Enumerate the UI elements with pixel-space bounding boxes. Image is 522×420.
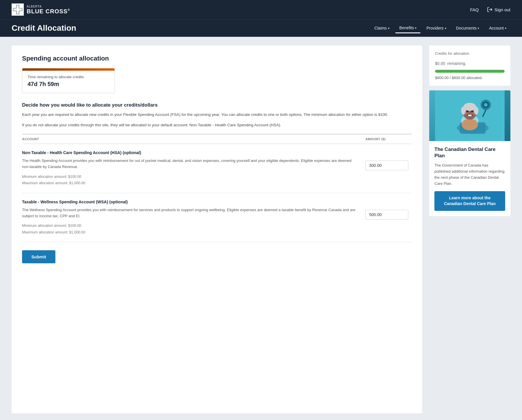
chevron-down-icon: ▾ <box>445 27 446 30</box>
dental-card-title: The Canadian Dental Care Plan <box>434 146 505 159</box>
nav-links: Claims ▾ Benefits ▾ Providers ▾ Document… <box>370 23 510 33</box>
account-max-wsa: Maximum allocation amount: $1,000.00 <box>22 229 360 236</box>
submit-area: Submit <box>22 242 412 263</box>
account-min-hsa: Minimum allocation amount: $100.00 <box>22 174 360 180</box>
account-desc-wsa: The Wellness Spending Account provides y… <box>22 207 360 219</box>
account-info-wsa: Taxable - Wellness Spending Account (WSA… <box>22 200 365 236</box>
nav-item-documents[interactable]: Documents ▾ <box>452 23 483 33</box>
svg-point-18 <box>464 112 468 115</box>
account-limits-wsa: Minimum allocation amount: $100.00 Maxim… <box>22 222 360 235</box>
credits-allocated: $800.00 / $800.00 allocated. <box>435 76 505 80</box>
account-max-hsa: Maximum allocation amount: $1,000.00 <box>22 180 360 187</box>
credits-card: Credits for allocation $0.00 remaining. … <box>429 45 510 86</box>
submit-button[interactable]: Submit <box>22 250 55 263</box>
credits-amount: $0.00 remaining. <box>435 58 505 67</box>
alberta-word: ALBERTA <box>27 5 70 8</box>
svg-point-22 <box>484 103 487 107</box>
account-row-wsa: Taxable - Wellness Spending Account (WSA… <box>22 193 412 242</box>
account-info-hsa: Non-Taxable - Health Care Spending Accou… <box>22 150 365 187</box>
timer-label: Time remaining to allocate credits <box>28 75 109 79</box>
sign-out-button[interactable]: Sign out <box>487 7 510 12</box>
credits-label: Credits for allocation <box>435 51 505 56</box>
bluecross-word: BLUE CROSS® <box>27 8 70 14</box>
nav-documents-label: Documents <box>456 26 477 30</box>
top-bar: Credit Allocation ALBERTA BLUE CROSS® FA… <box>0 0 522 19</box>
logo-area: Credit Allocation ALBERTA BLUE CROSS® <box>12 3 70 16</box>
table-header: ACCOUNT AMOUNT ($) <box>22 134 412 144</box>
amount-input-wrap-wsa <box>365 200 412 220</box>
account-desc-hsa: The Health Spending Account provides you… <box>22 158 360 170</box>
dental-image <box>429 90 510 141</box>
svg-point-16 <box>471 111 473 112</box>
dental-care-card: The Canadian Dental Care Plan The Govern… <box>429 90 510 216</box>
dental-learn-more-button[interactable]: Learn more about the Canadian Dental Car… <box>434 191 505 211</box>
account-limits-hsa: Minimum allocation amount: $100.00 Maxim… <box>22 174 360 187</box>
logo-cross-icon <box>12 3 24 16</box>
main-content: Spending account allocation Time remaini… <box>0 37 522 420</box>
svg-point-15 <box>467 111 469 112</box>
account-name-wsa: Taxable - Wellness Spending Account (WSA… <box>22 200 360 204</box>
timer-card-body: Time remaining to allocate credits 47d 7… <box>22 71 115 93</box>
allocation-title: Decide how you would like to allocate yo… <box>22 102 412 108</box>
chevron-down-icon: ▾ <box>505 27 506 30</box>
nav-item-providers[interactable]: Providers ▾ <box>422 23 450 33</box>
col-account-header: ACCOUNT <box>22 137 365 141</box>
left-panel: Spending account allocation Time remaini… <box>12 45 422 413</box>
dental-illustration <box>435 90 505 141</box>
col-amount-header: AMOUNT ($) <box>365 137 412 141</box>
timer-progress-bar <box>22 68 115 71</box>
nav-bar: Credit Allocation Claims ▾ Benefits ▾ Pr… <box>0 19 522 37</box>
nav-item-account[interactable]: Account ▾ <box>485 23 510 33</box>
timer-card: Time remaining to allocate credits 47d 7… <box>22 68 115 93</box>
svg-rect-3 <box>13 8 22 11</box>
amount-input-wrap-hsa <box>365 150 412 170</box>
account-name-hsa: Non-Taxable - Health Care Spending Accou… <box>22 150 360 155</box>
nav-item-claims[interactable]: Claims ▾ <box>370 23 394 33</box>
nav-account-label: Account <box>489 26 504 30</box>
svg-point-19 <box>472 112 475 115</box>
chevron-down-icon: ▾ <box>478 27 479 30</box>
timer-value: 47d 7h 59m <box>28 81 109 87</box>
dental-card-desc: The Government of Canada has published a… <box>434 162 505 187</box>
credits-progress-fill <box>435 70 505 73</box>
top-bar-right: FAQ Sign out <box>470 7 510 12</box>
account-min-wsa: Minimum allocation amount: $100.00 <box>22 222 360 229</box>
nav-item-benefits[interactable]: Benefits ▾ <box>395 23 421 33</box>
allocation-desc-1: Each year you are required to allocate n… <box>22 112 412 118</box>
credits-amount-value: $0.00 <box>435 61 445 66</box>
allocation-desc-2: If you do not allocate your credits thro… <box>22 122 412 128</box>
page-title: Credit Allocation <box>12 23 76 33</box>
nav-benefits-label: Benefits <box>399 25 414 30</box>
faq-link[interactable]: FAQ <box>470 7 479 12</box>
credits-remaining-label: remaining. <box>447 61 466 66</box>
chevron-down-icon: ▾ <box>388 27 389 30</box>
account-row-hsa: Non-Taxable - Health Care Spending Accou… <box>22 144 412 193</box>
right-panel: Credits for allocation $0.00 remaining. … <box>429 45 510 413</box>
svg-point-9 <box>462 119 478 130</box>
chevron-down-icon: ▾ <box>415 26 416 30</box>
dental-card-body: The Canadian Dental Care Plan The Govern… <box>429 141 510 216</box>
credits-progress-bar <box>435 70 505 73</box>
hsa-amount-input[interactable] <box>365 160 408 170</box>
svg-rect-17 <box>468 115 472 116</box>
spending-section-title: Spending account allocation <box>22 55 412 62</box>
wsa-amount-input[interactable] <box>365 210 408 220</box>
logo-text: Credit Allocation ALBERTA BLUE CROSS® <box>27 5 70 14</box>
sign-out-label: Sign out <box>494 7 510 12</box>
nav-claims-label: Claims <box>374 26 387 30</box>
nav-providers-label: Providers <box>426 26 443 30</box>
